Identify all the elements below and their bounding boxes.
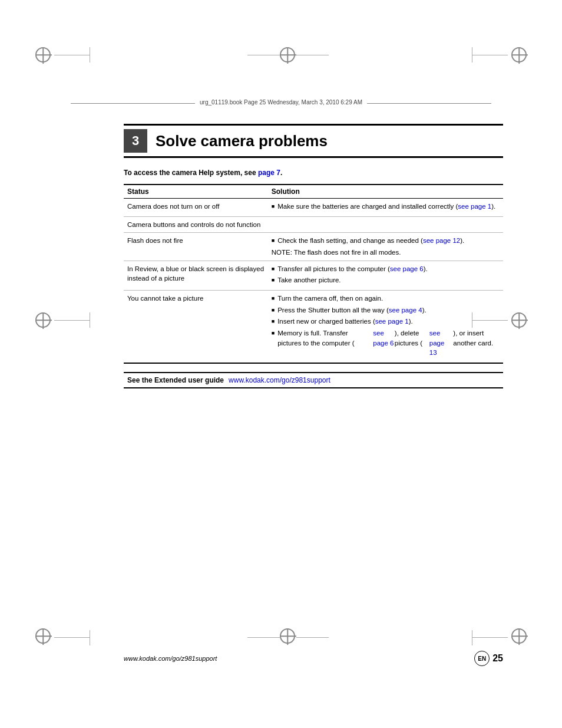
crop-line: [54, 55, 90, 55]
crop-line: [54, 320, 90, 321]
status-cell: In Review, a blue or black screen is dis…: [124, 261, 268, 290]
reg-mark-mid-right: [511, 312, 527, 330]
status-cell: Camera buttons and controls do not funct…: [124, 216, 268, 233]
note-text: NOTE: The flash does not fire in all mod…: [272, 248, 500, 258]
chapter-title: Solve camera problems: [156, 132, 328, 150]
access-note-prefix: To access the camera Help system, see pa…: [124, 169, 282, 177]
page-number-container: EN 25: [474, 651, 503, 666]
inline-link[interactable]: see page 12: [423, 236, 460, 246]
inline-link[interactable]: see page 6: [390, 264, 424, 274]
en-badge: EN: [474, 651, 490, 666]
solution-item: Turn the camera off, then on again.: [272, 294, 500, 304]
solution-item: Take another picture.: [272, 275, 500, 285]
table-row: Camera does not turn on or offMake sure …: [124, 199, 503, 217]
inline-link[interactable]: see page 4: [389, 305, 422, 315]
reg-mark-top-right: [511, 47, 527, 64]
problems-table: Status Solution Camera does not turn on …: [124, 184, 503, 364]
table-row: Flash does not fireCheck the flash setti…: [124, 233, 503, 261]
crop-line: [90, 630, 90, 645]
reg-mark-top-left: [35, 47, 51, 64]
crop-line: [472, 55, 508, 55]
page-number: 25: [492, 653, 503, 664]
table-row: Camera buttons and controls do not funct…: [124, 216, 503, 233]
inline-link[interactable]: see page 6: [373, 328, 394, 348]
crop-line: [90, 312, 90, 328]
solution-cell: Make sure the batteries are charged and …: [268, 199, 503, 217]
crop-line: [472, 47, 472, 62]
table-row: In Review, a blue or black screen is dis…: [124, 261, 503, 290]
status-cell: You cannot take a picture: [124, 291, 268, 364]
chapter-number: 3: [124, 129, 147, 153]
solution-item: Press the Shutter button all the way (se…: [272, 305, 500, 315]
access-note: To access the camera Help system, see pa…: [124, 169, 503, 177]
solution-cell: Transfer all pictures to the computer (s…: [268, 261, 503, 290]
status-cell: Camera does not turn on or off: [124, 199, 268, 217]
book-header-text: urg_01119.book Page 25 Wednesday, March …: [195, 99, 367, 106]
extended-guide-label: See the Extended user guide: [127, 376, 224, 384]
crop-line: [296, 637, 329, 638]
table-row: You cannot take a pictureTurn the camera…: [124, 291, 503, 364]
crop-line: [296, 55, 329, 55]
reg-mark-bottom-right: [511, 628, 527, 645]
reg-mark-top-mid: [280, 47, 295, 64]
solution-item: Make sure the batteries are charged and …: [272, 202, 500, 212]
crop-line: [247, 55, 280, 55]
reg-mark-mid-left: [35, 312, 51, 330]
solution-item: Transfer all pictures to the computer (s…: [272, 264, 500, 274]
solution-cell: Turn the camera off, then on again.Press…: [268, 291, 503, 364]
status-cell: Flash does not fire: [124, 233, 268, 261]
solution-item: Insert new or charged batteries (see pag…: [272, 317, 500, 327]
solution-cell: Check the flash setting, and change as n…: [268, 233, 503, 261]
chapter-heading: 3 Solve camera problems: [124, 124, 503, 158]
inline-link[interactable]: see page 13: [429, 328, 454, 358]
crop-line: [247, 637, 280, 638]
reg-mark-bottom-left: [35, 628, 51, 645]
crop-line: [472, 637, 508, 638]
inline-link[interactable]: see page 1: [458, 202, 491, 212]
page-container: urg_01119.book Page 25 Wednesday, March …: [0, 0, 562, 728]
page7-link[interactable]: page 7: [258, 169, 280, 177]
col-header-status: Status: [124, 185, 268, 199]
solution-item: Check the flash setting, and change as n…: [272, 236, 500, 246]
inline-link[interactable]: see page 1: [375, 317, 409, 327]
footer-url: www.kodak.com/go/z981support: [124, 655, 217, 662]
col-header-solution: Solution: [268, 185, 503, 199]
solution-cell: [268, 216, 503, 233]
page-footer: www.kodak.com/go/z981support EN 25: [124, 651, 503, 666]
content-area: 3 Solve camera problems To access the ca…: [124, 124, 503, 634]
crop-line: [90, 47, 90, 62]
solution-item: Memory is full. Transfer pictures to the…: [272, 328, 500, 358]
crop-line: [54, 637, 90, 638]
extended-guide-url: www.kodak.com/go/z981support: [229, 376, 330, 384]
extended-guide-bar: See the Extended user guide www.kodak.co…: [124, 372, 503, 388]
